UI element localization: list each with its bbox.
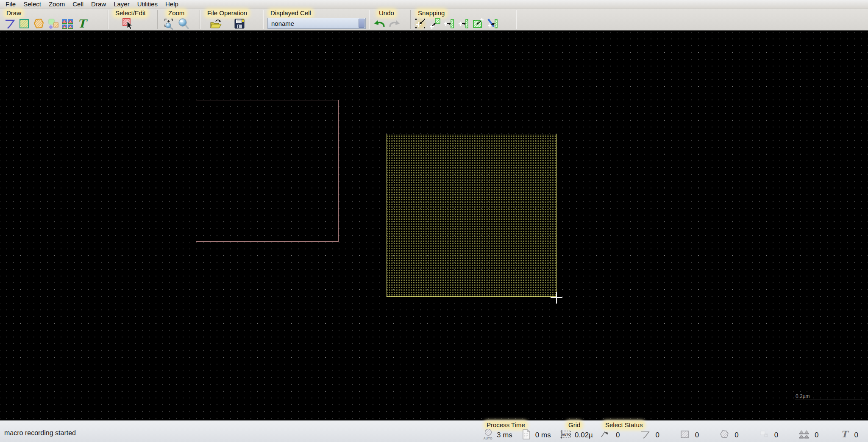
snap-angle-icon [487, 18, 498, 31]
grid-label: Grid [567, 422, 581, 428]
snap-edge-button[interactable] [442, 18, 456, 30]
select-edit-section-label: Select/Edit [114, 10, 147, 17]
draw-point-button[interactable] [46, 18, 60, 30]
drawn-rectangle-outline[interactable] [196, 100, 339, 242]
menu-item-zoom[interactable]: Zoom [45, 0, 69, 8]
menu-item-utilities[interactable]: Utilities [134, 0, 161, 8]
toolbar-section-draw: Draw [0, 8, 107, 30]
cellref-count-icon [798, 430, 815, 441]
process-time-value: 3 ms [497, 431, 512, 439]
draw-polygon-button[interactable] [31, 18, 46, 30]
status-message: macro recording started [4, 429, 76, 437]
save-file-button[interactable] [232, 18, 247, 30]
toolbar-separator [108, 10, 108, 29]
toolbar-section-snapping: Snapping [412, 8, 515, 30]
drawn-rectangle-filled[interactable] [387, 134, 557, 297]
scale-line [795, 400, 865, 400]
cellref-tool-icon [61, 18, 74, 31]
toolbar-section-select-edit: Select/Edit [109, 8, 157, 30]
file-operation-section-label: File Operation [206, 10, 248, 17]
toolbar-section-zoom: Zoom [159, 8, 199, 30]
path-tool-icon [4, 18, 16, 31]
undo-icon [373, 18, 386, 31]
undo-section-label: Undo [378, 10, 395, 17]
snap-free-edge-button[interactable] [456, 18, 471, 30]
snap-edge-icon [443, 18, 455, 31]
process-time-label: Process Time [485, 422, 526, 428]
box-count-icon [680, 430, 695, 441]
svg-text:T: T [78, 18, 88, 30]
zoom-region-button[interactable] [162, 18, 176, 30]
displayed-cell-value: noname [268, 20, 359, 27]
text-count-icon: T [839, 429, 854, 441]
grid-group: Grid AUTO 0.02µ [560, 421, 599, 442]
undo-button[interactable] [373, 18, 387, 30]
toolbar: Draw [0, 8, 868, 30]
selected-boxes-count: 0 [680, 430, 699, 441]
redraw-page-icon [522, 429, 531, 442]
zoom-full-icon [178, 18, 189, 31]
selected-points-count: 0 [759, 430, 778, 441]
menu-item-file[interactable]: File [2, 0, 19, 8]
toolbar-separator [263, 10, 264, 29]
svg-text:AUTO: AUTO [562, 433, 570, 436]
draw-text-button[interactable]: T [75, 18, 89, 30]
redo-button[interactable] [387, 18, 401, 30]
snap-grid-button[interactable] [413, 18, 428, 30]
displayed-cell-combobox[interactable]: noname [267, 18, 366, 29]
statusbar: macro recording started Process Time AUT… [0, 420, 868, 442]
snap-free-edge-icon [458, 18, 470, 31]
selected-polygons-count: 0 [719, 430, 738, 441]
svg-text:T: T [841, 429, 849, 439]
menubar: FileSelectZoomCellDrawLayerUtilitiesHelp [0, 0, 868, 8]
toolbar-separator [369, 10, 370, 29]
grid-auto-icon: AUTO [560, 429, 571, 442]
selected-vertices-count: 0 [601, 430, 620, 441]
scale-indicator: 0.2µm [795, 393, 865, 400]
snap-corner-button[interactable] [428, 18, 442, 30]
zoom-region-icon [163, 18, 175, 31]
snap-element-icon [472, 18, 484, 31]
point-count-icon [759, 430, 774, 441]
snap-element-button[interactable] [471, 18, 485, 30]
snap-corner-icon [429, 18, 441, 31]
layout-canvas[interactable]: 0.2µm [0, 30, 868, 420]
path-count-icon [640, 430, 655, 441]
open-file-button[interactable] [209, 18, 223, 30]
polygon-count-icon [719, 430, 734, 441]
toolbar-separator [157, 10, 158, 29]
text-tool-icon: T [76, 18, 88, 31]
zoom-full-button[interactable] [176, 18, 191, 30]
toolbar-section-displayed-cell: Displayed Cell noname [264, 8, 368, 30]
snap-grid-icon [415, 18, 426, 31]
selected-paths-count: 0 [640, 430, 659, 441]
menu-item-draw[interactable]: Draw [87, 0, 110, 8]
select-status-group: Select Status 0 0 0 0 [601, 421, 863, 442]
toolbar-separator [410, 10, 411, 29]
polygon-tool-icon [33, 18, 45, 31]
draw-box-button[interactable] [17, 18, 31, 30]
select-tool-icon [122, 17, 134, 31]
draw-section-label: Draw [5, 10, 22, 17]
toolbar-separator [200, 10, 200, 29]
svg-text:AUTO: AUTO [483, 436, 492, 440]
scale-label: 0.2µm [796, 393, 865, 399]
menu-item-layer[interactable]: Layer [110, 0, 134, 8]
vertex-count-icon [601, 430, 616, 441]
combobox-dropdown-button[interactable] [359, 19, 364, 28]
snap-angle-button[interactable] [485, 18, 500, 30]
menu-item-cell[interactable]: Cell [69, 0, 87, 8]
save-floppy-icon [234, 18, 245, 31]
select-tool-button[interactable] [121, 18, 135, 30]
auto-process-icon: AUTO [483, 428, 493, 442]
menu-item-select[interactable]: Select [19, 0, 45, 8]
selected-cellrefs-count: 0 [798, 430, 818, 441]
draw-cellref-button[interactable] [60, 18, 75, 30]
open-folder-icon [209, 18, 222, 31]
snapping-section-label: Snapping [417, 10, 446, 17]
grid-value: 0.02µ [575, 431, 593, 439]
toolbar-section-file-operation: File Operation [201, 8, 262, 30]
draw-path-button[interactable] [3, 18, 17, 30]
redo-icon [388, 18, 401, 31]
menu-item-help[interactable]: Help [161, 0, 182, 8]
